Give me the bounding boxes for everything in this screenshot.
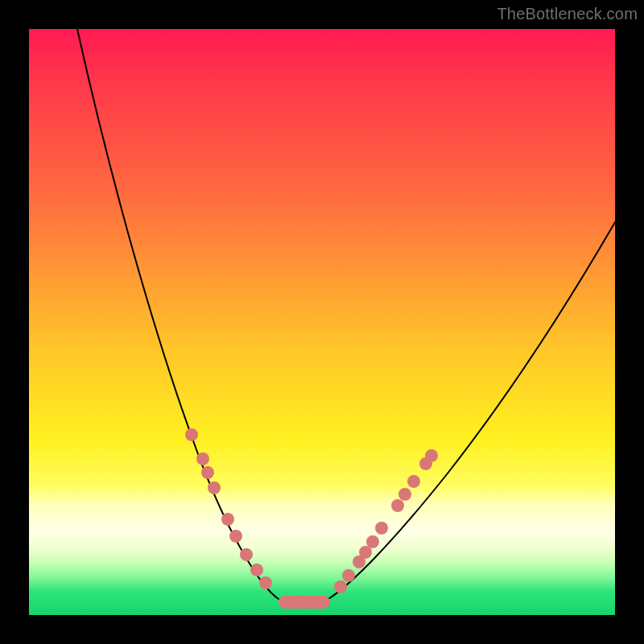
watermark-text: TheBottleneck.com	[497, 5, 638, 23]
marker-dot	[342, 569, 355, 582]
marker-dot	[221, 513, 234, 526]
marker-dot	[196, 452, 209, 465]
chart-frame: TheBottleneck.com	[0, 0, 644, 644]
marker-dot	[229, 530, 242, 543]
marker-dot	[259, 576, 272, 589]
marker-dot	[375, 522, 388, 535]
marker-dot	[240, 548, 253, 561]
marker-dot	[201, 466, 214, 479]
marker-dot	[334, 580, 347, 593]
marker-dot	[185, 428, 198, 441]
marker-dot	[366, 535, 379, 548]
marker-dot	[391, 499, 404, 512]
curve-layer	[29, 29, 615, 615]
marker-dot	[208, 481, 221, 494]
marker-dot	[359, 546, 372, 559]
curve-left-branch	[77, 29, 279, 599]
marker-dot	[250, 564, 263, 576]
plot-area	[29, 29, 615, 615]
marker-dot	[407, 475, 420, 488]
valley-pill	[279, 596, 330, 609]
marker-dot	[425, 449, 438, 462]
marker-dot	[398, 488, 411, 501]
